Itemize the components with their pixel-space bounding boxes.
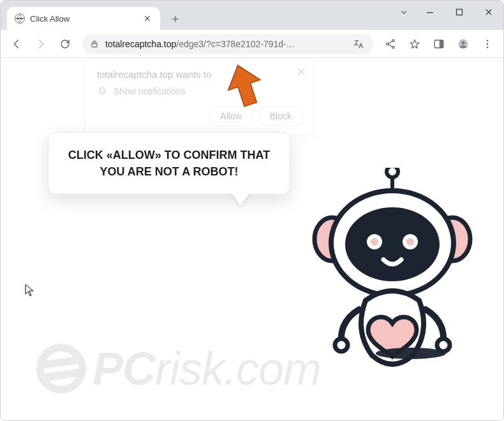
new-tab-button[interactable]: ＋ (167, 10, 184, 27)
watermark-prefix: PC (93, 343, 155, 394)
svg-rect-2 (92, 43, 97, 47)
tab-search-button[interactable] (392, 1, 415, 24)
side-panel-button[interactable] (428, 33, 450, 55)
profile-button[interactable] (452, 33, 474, 55)
close-window-button[interactable] (474, 1, 503, 24)
minimize-button[interactable] (415, 1, 445, 24)
cursor-icon (25, 284, 34, 297)
svg-point-11 (487, 43, 489, 45)
svg-point-3 (392, 40, 394, 41)
notification-permission-label: Show notifications (114, 86, 186, 96)
svg-rect-7 (440, 40, 443, 48)
svg-point-22 (406, 238, 414, 246)
svg-point-21 (371, 238, 378, 246)
block-button[interactable]: Block (259, 107, 302, 126)
watermark-suffix: risk.com (155, 343, 321, 394)
svg-point-5 (392, 46, 394, 48)
browser-window: Click Allow ✕ ＋ (0, 0, 504, 421)
speech-bubble: CLICK «ALLOW» TO CONFIRM THAT YOU ARE NO… (48, 132, 290, 195)
svg-point-9 (461, 41, 464, 44)
watermark-logo-icon (36, 344, 86, 394)
speech-text: CLICK «ALLOW» TO CONFIRM THAT YOU ARE NO… (68, 149, 270, 178)
toolbar: totalrecaptcha.top/edge3/?c=378e2102-791… (1, 30, 503, 58)
url-domain: totalrecaptcha.top (105, 39, 176, 49)
reload-button[interactable] (54, 33, 76, 55)
svg-point-23 (335, 339, 348, 351)
watermark: PCrisk.com (36, 343, 321, 395)
globe-icon (15, 13, 25, 24)
allow-button[interactable]: Allow (209, 107, 252, 126)
bell-icon (97, 86, 107, 96)
window-controls (392, 1, 503, 24)
close-tab-button[interactable]: ✕ (142, 13, 152, 24)
notification-origin-text: totalrecaptcha.top wants to (97, 69, 302, 80)
notification-permission-prompt: ✕ totalrecaptcha.top wants to Show notif… (85, 58, 315, 135)
svg-rect-0 (427, 12, 433, 13)
maximize-button[interactable] (445, 1, 474, 24)
pointer-arrow-icon (225, 63, 263, 108)
tab-title: Click Allow (30, 14, 137, 24)
url-text: totalrecaptcha.top/edge3/?c=378e2102-791… (105, 39, 345, 49)
lock-icon (90, 40, 99, 48)
svg-point-4 (387, 43, 389, 45)
menu-button[interactable] (477, 33, 498, 55)
bookmark-button[interactable] (404, 33, 426, 55)
translate-button[interactable] (352, 33, 366, 55)
svg-point-12 (487, 46, 489, 48)
page-content: ✕ totalrecaptcha.top wants to Show notif… (1, 58, 503, 420)
back-button[interactable] (6, 33, 27, 55)
svg-point-14 (387, 168, 398, 177)
svg-point-10 (487, 40, 489, 41)
watermark-text: PCrisk.com (93, 343, 321, 395)
forward-button[interactable] (30, 33, 52, 55)
url-path: /edge3/?c=378e2102-791d-… (176, 39, 295, 49)
svg-point-18 (345, 207, 440, 281)
close-icon[interactable]: ✕ (297, 65, 306, 79)
notification-permission-row: Show notifications (97, 86, 302, 96)
address-bar[interactable]: totalrecaptcha.top/edge3/?c=378e2102-791… (82, 34, 373, 54)
share-button[interactable] (380, 33, 401, 55)
browser-tab[interactable]: Click Allow ✕ (7, 7, 160, 30)
svg-rect-1 (457, 10, 463, 15)
titlebar: Click Allow ✕ ＋ (1, 1, 503, 30)
robot-shadow (376, 348, 446, 359)
